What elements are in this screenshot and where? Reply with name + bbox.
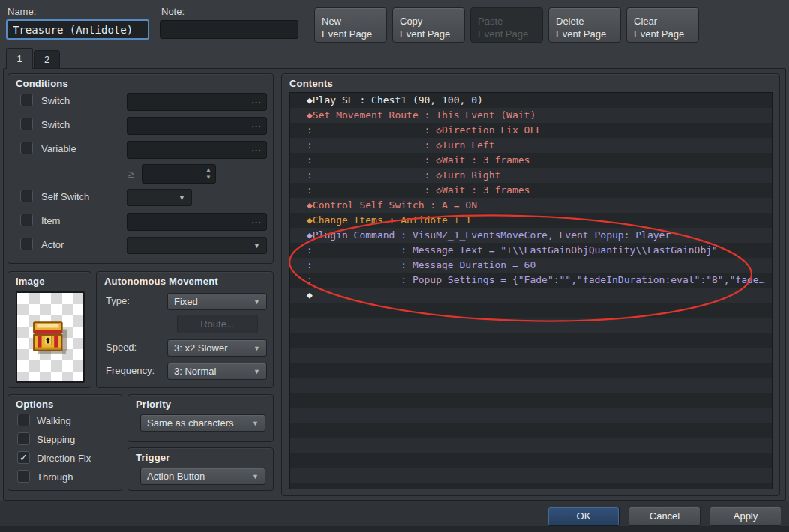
frequency-label: Frequency: (106, 365, 154, 376)
priority-select[interactable]: Same as characters ▼ (140, 414, 266, 432)
self-switch-select[interactable]: ▼ (127, 189, 192, 206)
check-icon: ✓ (20, 452, 28, 463)
new-event-page-button[interactable]: New Event Page (314, 7, 387, 43)
event-command-row[interactable]: ◆ (290, 288, 772, 303)
event-command-list[interactable]: ◆Play SE : Chest1 (90, 100, 0) ◆Set Move… (290, 92, 773, 489)
event-command-row[interactable]: : : Popup Settings = {"Fade":"","fadeInD… (290, 273, 772, 288)
note-label: Note: (161, 6, 184, 17)
switch2-browse-button[interactable]: ⋯ (251, 121, 262, 132)
movement-title: Autonomous Movement (104, 276, 218, 287)
event-command-row[interactable]: : : Message Text = "+\\LastGainObjQuanti… (290, 243, 772, 258)
conditions-title: Conditions (16, 78, 68, 89)
button-label: Event Page (322, 28, 372, 40)
switch1-input[interactable] (127, 93, 267, 111)
image-group: Image (8, 271, 92, 388)
clear-event-page-button[interactable]: Clear Event Page (626, 7, 699, 43)
event-command-row[interactable]: ◆Plugin Command : VisuMZ_1_EventsMoveCor… (290, 228, 772, 243)
stepping-checkbox[interactable] (17, 432, 30, 445)
options-group: Options Walking Stepping ✓ Direction Fix… (8, 394, 122, 491)
movement-type-value: Fixed (174, 296, 198, 307)
item-browse-button[interactable]: ⋯ (251, 217, 262, 228)
paste-event-page-button: Paste Event Page (470, 7, 543, 43)
trigger-group: Trigger Action Button ▼ (128, 447, 274, 491)
tab-page-2[interactable]: 2 (34, 50, 60, 69)
event-command-row[interactable]: : : ◇Turn Left (290, 138, 772, 153)
switch2-label: Switch (41, 119, 70, 130)
chevron-down-icon: ▼ (252, 420, 259, 427)
movement-speed-select[interactable]: 3: x2 Slower ▼ (167, 339, 267, 357)
item-label: Item (41, 215, 60, 226)
contents-title: Contents (290, 78, 333, 89)
conditions-group: Conditions Switch ⋯ Switch ⋯ Variable ⋯ … (8, 73, 274, 264)
variable-checkbox[interactable] (20, 142, 33, 154)
actor-checkbox[interactable] (20, 238, 33, 250)
switch1-browse-button[interactable]: ⋯ (251, 97, 262, 108)
event-command-row[interactable]: ◆Set Movement Route : This Event (Wait) (290, 108, 772, 123)
copy-event-page-button[interactable]: Copy Event Page (392, 7, 465, 43)
button-label: Clear (634, 16, 657, 27)
movement-speed-value: 3: x2 Slower (174, 342, 228, 354)
route-button: Route... (177, 315, 258, 333)
chevron-down-icon: ▼ (178, 194, 185, 202)
variable-input[interactable] (127, 141, 267, 159)
event-command-row[interactable]: : : ◇Direction Fix OFF (290, 123, 772, 138)
trigger-value: Action Button (147, 471, 205, 482)
switch2-checkbox[interactable] (20, 118, 33, 130)
self-switch-checkbox[interactable] (20, 190, 33, 202)
treasure-chest-sprite (32, 320, 69, 354)
priority-value: Same as characters (147, 417, 234, 429)
actor-select[interactable]: ▼ (127, 237, 267, 254)
button-label: Copy (400, 16, 422, 27)
direction-fix-label: Direction Fix (37, 453, 91, 464)
event-command-row[interactable]: : : Message Duration = 60 (290, 258, 772, 273)
event-command-row[interactable]: ◆Change Items : Antidote + 1 (290, 213, 772, 228)
chevron-down-icon: ▼ (254, 242, 260, 250)
button-label: Paste (478, 16, 502, 27)
cancel-button[interactable]: Cancel (628, 507, 700, 526)
priority-title: Priority (136, 399, 171, 410)
item-input[interactable] (127, 213, 267, 231)
event-command-row[interactable]: ◆Play SE : Chest1 (90, 100, 0) (290, 93, 772, 108)
ok-button[interactable]: OK (548, 507, 620, 526)
event-command-row[interactable]: : : ◇Wait : 3 frames (290, 153, 772, 168)
window-bottom-edge (0, 526, 789, 532)
chevron-down-icon: ▼ (254, 368, 260, 375)
variable-value-spinner[interactable]: ▲ ▼ (142, 164, 216, 184)
autonomous-movement-group: Autonomous Movement Type: Fixed ▼ Route.… (96, 271, 274, 388)
button-label: Delete (556, 16, 584, 27)
tab-page-1[interactable]: 1 (6, 48, 33, 69)
apply-button[interactable]: Apply (710, 507, 782, 526)
event-command-row[interactable]: : : ◇Wait : 3 frames (290, 183, 772, 198)
variable-browse-button[interactable]: ⋯ (251, 145, 262, 156)
delete-event-page-button[interactable]: Delete Event Page (548, 7, 621, 43)
stepping-label: Stepping (37, 434, 75, 445)
movement-type-select[interactable]: Fixed ▼ (167, 293, 267, 310)
spin-down-icon[interactable]: ▼ (206, 174, 212, 181)
spin-up-icon[interactable]: ▲ (206, 166, 212, 174)
direction-fix-checkbox[interactable]: ✓ (17, 451, 30, 464)
button-label: New (322, 16, 341, 27)
trigger-select[interactable]: Action Button ▼ (140, 468, 266, 485)
walking-checkbox[interactable] (17, 414, 30, 426)
route-button-label: Route... (200, 318, 235, 330)
chevron-down-icon: ▼ (254, 298, 260, 306)
actor-label: Actor (41, 239, 64, 250)
item-checkbox[interactable] (20, 214, 33, 226)
type-label: Type: (106, 295, 130, 306)
switch1-checkbox[interactable] (20, 94, 33, 106)
gte-operator: ≥ (128, 168, 134, 180)
contents-group: Contents ◆Play SE : Chest1 (90, 100, 0) … (281, 73, 780, 496)
note-input[interactable] (160, 20, 298, 39)
trigger-title: Trigger (136, 452, 170, 463)
switch2-input[interactable] (127, 117, 267, 135)
event-command-row[interactable]: : : ◇Turn Right (290, 168, 772, 183)
movement-frequency-select[interactable]: 3: Normal ▼ (167, 363, 267, 380)
self-switch-label: Self Switch (41, 191, 89, 202)
through-checkbox[interactable] (17, 470, 30, 483)
event-command-row[interactable]: ◆Control Self Switch : A = ON (290, 198, 772, 213)
chevron-down-icon: ▼ (252, 473, 259, 480)
name-input[interactable] (6, 19, 149, 40)
button-label: Event Page (556, 28, 606, 40)
event-image-picker[interactable] (16, 291, 85, 383)
chevron-down-icon: ▼ (254, 345, 260, 352)
